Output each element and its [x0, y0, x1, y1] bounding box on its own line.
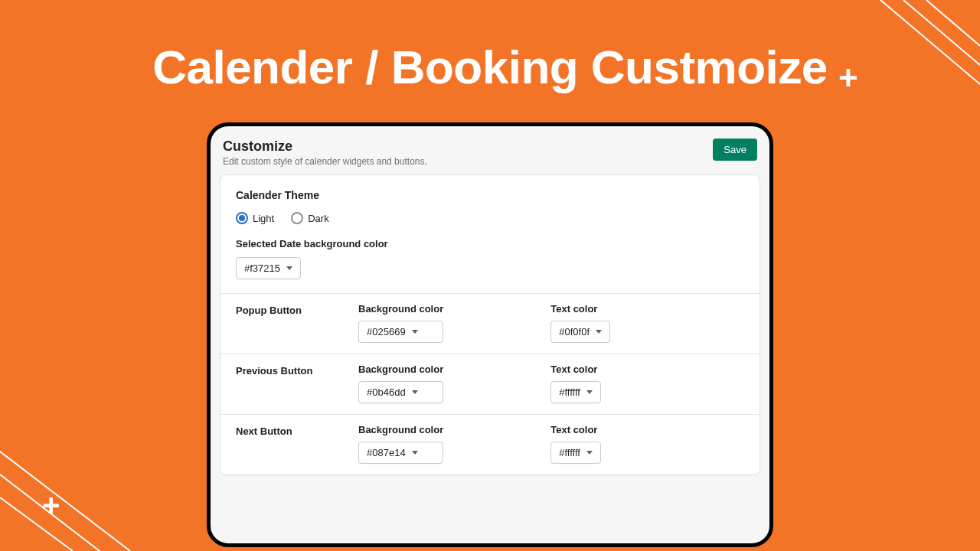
previous-text-picker[interactable]: #ffffff	[550, 381, 601, 403]
color-value: #f37215	[244, 262, 280, 274]
selected-date-bg-picker[interactable]: #f37215	[236, 257, 301, 279]
radio-dot-icon	[236, 212, 248, 224]
color-value: #025669	[367, 326, 406, 337]
bg-label: Background color	[358, 303, 443, 315]
page-headline: Calender / Booking Custmoize	[0, 40, 980, 94]
radio-dot-icon	[291, 212, 303, 224]
panel-header: Customize Edit custom style of calender …	[220, 135, 760, 174]
row-title: Previous Button	[236, 364, 358, 377]
theme-section: Calender Theme Light Dark Selected Date …	[220, 175, 760, 293]
theme-radio-dark[interactable]: Dark	[291, 212, 328, 224]
selected-date-bg-label: Selected Date background color	[236, 238, 744, 249]
promo-stage: Calender / Booking Custmoize + + Customi…	[0, 0, 980, 551]
bg-label: Background color	[358, 424, 443, 435]
popup-text-picker[interactable]: #0f0f0f	[550, 321, 610, 343]
caret-down-icon	[586, 390, 593, 394]
customize-card: Calender Theme Light Dark Selected Date …	[220, 174, 760, 475]
device-frame: Customize Edit custom style of calender …	[207, 122, 773, 547]
panel-title: Customize	[223, 139, 427, 155]
save-button[interactable]: Save	[713, 139, 757, 161]
color-value: #087e14	[367, 447, 406, 458]
caret-down-icon	[286, 266, 292, 270]
svg-line-3	[0, 452, 130, 551]
next-button-row: Next Button Background color #087e14 Tex…	[220, 414, 760, 474]
radio-label: Light	[253, 213, 274, 224]
previous-bg-picker[interactable]: #0b46dd	[358, 381, 443, 403]
caret-down-icon	[596, 330, 602, 334]
caret-down-icon	[412, 451, 418, 455]
svg-line-5	[0, 497, 73, 551]
color-value: #0b46dd	[367, 386, 406, 398]
previous-button-row: Previous Button Background color #0b46dd…	[220, 354, 760, 414]
bg-label: Background color	[358, 364, 443, 375]
plus-icon: +	[42, 490, 60, 520]
svg-line-2	[926, 0, 980, 46]
next-bg-picker[interactable]: #087e14	[358, 442, 443, 464]
theme-section-title: Calender Theme	[236, 189, 744, 201]
row-title: Popup Button	[236, 303, 358, 316]
text-label: Text color	[550, 364, 601, 375]
next-text-picker[interactable]: #ffffff	[550, 442, 601, 464]
caret-down-icon	[586, 451, 593, 455]
decor-lines-bottom	[0, 421, 161, 551]
radio-label: Dark	[308, 213, 328, 224]
theme-radio-group: Light Dark	[236, 212, 744, 224]
panel-subtitle: Edit custom style of calender widgets an…	[223, 156, 427, 167]
color-value: #ffffff	[559, 386, 580, 398]
text-label: Text color	[550, 303, 610, 315]
row-title: Next Button	[236, 424, 358, 437]
theme-radio-light[interactable]: Light	[236, 212, 274, 224]
caret-down-icon	[412, 330, 418, 334]
popup-bg-picker[interactable]: #025669	[358, 321, 443, 343]
color-value: #0f0f0f	[559, 326, 590, 337]
caret-down-icon	[412, 390, 418, 394]
plus-icon: +	[838, 61, 858, 95]
popup-button-row: Popup Button Background color #025669 Te…	[220, 293, 760, 354]
text-label: Text color	[550, 424, 601, 435]
color-value: #ffffff	[559, 447, 580, 458]
